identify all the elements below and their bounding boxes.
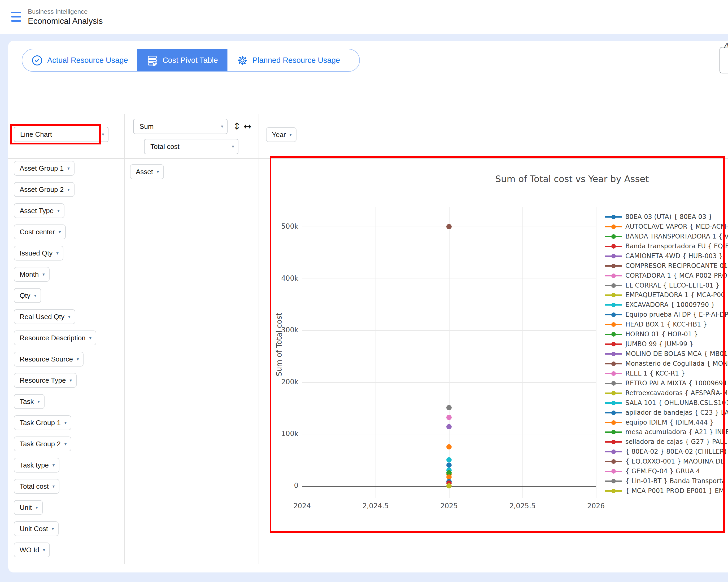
data-point	[446, 444, 452, 449]
pill-label: Asset Type	[20, 207, 54, 215]
legend-marker-dot	[611, 254, 616, 258]
pivot-border-col1	[124, 114, 125, 564]
legend-marker-dot	[611, 312, 616, 317]
pill-label: Task type	[20, 461, 49, 469]
chevron-down-icon: ▾	[102, 132, 104, 137]
field-pill[interactable]: Real Used Qty ▾	[14, 309, 75, 324]
field-pill[interactable]: Task Group 1 ▾	[14, 415, 71, 430]
aggregator-arg-select[interactable]: Total cost ▾	[144, 139, 238, 154]
field-pill[interactable]: Task type ▾	[14, 458, 59, 473]
legend-label: selladora de cajas { G27 } PALL	[625, 438, 727, 445]
pill-label: Total cost	[20, 482, 49, 491]
legend-marker-dot	[611, 215, 616, 219]
field-pill[interactable]: Total cost ▾	[14, 479, 59, 494]
dropdown-caret-icon: ▾	[35, 505, 38, 510]
y-tick-label: 100k	[259, 429, 298, 438]
x-tick-label: 2,025.5	[509, 502, 536, 510]
chevron-down-icon: ▾	[221, 123, 223, 129]
chart-title: Sum of Total cost vs Year by Asset	[495, 174, 649, 184]
dropdown-caret-icon: ▾	[157, 169, 159, 175]
field-pill[interactable]: Resource Source ▾	[14, 352, 83, 366]
legend-marker-dot	[611, 391, 616, 395]
legend-marker-dot	[611, 361, 616, 366]
data-point	[446, 457, 452, 463]
legend-label: { GEM.EQ-04 } GRUA 4	[625, 468, 700, 475]
dropdown-caret-icon: ▾	[37, 399, 40, 405]
col-attr-pill-year[interactable]: Year ▾	[266, 127, 296, 142]
legend-label: BANDA TRANSPORTADORA 1 { V	[625, 233, 728, 240]
dropdown-caret-icon: ▾	[53, 463, 55, 468]
aggregator-value: Sum	[139, 122, 154, 131]
renderer-select[interactable]: Line Chart ▾	[14, 127, 108, 142]
legend-label: CAMIONETA 4WD { HUB-003 }	[625, 252, 723, 260]
aggregator-arg-value: Total cost	[150, 143, 180, 151]
legend-label: EXCAVADORA { 10009790 }	[625, 301, 715, 308]
tab-cost-pivot-table[interactable]: Cost Pivot Table	[137, 49, 227, 71]
legend-label: AUTOCLAVE VAPOR { MED-ACM-	[625, 223, 728, 230]
field-pill[interactable]: Qty ▾	[14, 288, 41, 303]
tab-planned-resource-usage[interactable]: Planned Resource Usage	[227, 49, 349, 71]
pill-label: Year	[272, 131, 286, 139]
dropdown-caret-icon: ▾	[56, 250, 59, 256]
dropdown-caret-icon: ▾	[53, 484, 55, 489]
legend-marker-dot	[611, 342, 616, 347]
pill-label: Real Used Qty	[20, 313, 64, 321]
pill-label: Unit	[20, 503, 32, 512]
data-point	[446, 405, 452, 410]
field-pill[interactable]: Task ▾	[14, 394, 45, 409]
dropdown-caret-icon: ▾	[43, 272, 45, 277]
legend-marker-dot	[611, 303, 616, 307]
pill-label: Month	[20, 270, 39, 279]
field-pill[interactable]: WO Id ▾	[14, 543, 50, 557]
legend-label: EMPAQUETADORA 1 { MCA-P00	[625, 291, 725, 299]
field-pill[interactable]: Cost center ▾	[14, 224, 66, 239]
x-gridline	[522, 207, 523, 498]
x-tick-label: 2,024.5	[362, 502, 389, 510]
legend-marker-dot	[611, 234, 616, 239]
dropdown-caret-icon: ▾	[64, 441, 67, 447]
dropdown-caret-icon: ▾	[77, 357, 79, 362]
legend-marker-dot	[611, 293, 616, 297]
pill-label: Task Group 1	[20, 419, 61, 427]
legend-marker-dot	[611, 411, 616, 415]
table-edit-icon	[146, 54, 158, 66]
legend-marker-dot	[611, 332, 616, 337]
legend-label: { Lin-01-BT } Banda Transporta	[625, 477, 726, 485]
menu-icon[interactable]	[11, 12, 21, 22]
tab-label: Planned Resource Usage	[253, 56, 340, 65]
move-vertical-button[interactable]: ↕	[233, 121, 241, 132]
move-horizontal-button[interactable]: ↔	[243, 121, 252, 132]
field-pill[interactable]: Unit ▾	[14, 500, 43, 515]
check-circle-icon	[31, 55, 43, 66]
field-pill[interactable]: Asset Group 2 ▾	[14, 182, 75, 197]
field-pill[interactable]: Issued Qty ▾	[14, 246, 63, 260]
legend-label: COMPRESOR RECIPROCANTE 01	[625, 262, 728, 270]
dropdown-caret-icon: ▾	[68, 314, 71, 320]
legend-label: SALA 101 { OHL.UNAB.CSL.S101	[625, 399, 728, 407]
dropdown-caret-icon: ▾	[89, 335, 92, 341]
dropdown-caret-icon: ▾	[64, 420, 67, 426]
breadcrumb: Business Intelligence	[28, 8, 87, 16]
row-attr-pill-asset[interactable]: Asset ▾	[130, 164, 164, 179]
legend-label: MOLINO DE BOLAS MCA { MB01	[625, 350, 728, 358]
legend-marker-dot	[611, 322, 616, 327]
dropdown-caret-icon: ▾	[67, 166, 70, 171]
field-pill[interactable]: Month ▾	[14, 267, 50, 282]
legend-label: apilador de bandejas { C23 } LA	[625, 409, 728, 416]
aggregator-select[interactable]: Sum ▾	[133, 119, 228, 134]
data-point	[446, 483, 452, 489]
dropdown-caret-icon: ▾	[57, 208, 60, 214]
field-pill[interactable]: Resource Description ▾	[14, 331, 96, 345]
pill-label: Asset Group 1	[20, 164, 64, 172]
field-pill[interactable]: Resource Type ▾	[14, 373, 77, 388]
pill-label: Resource Description	[20, 334, 86, 342]
field-pill[interactable]: Unit Cost ▾	[14, 521, 59, 536]
tab-actual-resource-usage[interactable]: Actual Resource Usage	[22, 49, 137, 71]
field-pill[interactable]: Asset Type ▾	[14, 203, 64, 218]
field-pill[interactable]: Asset Group 1 ▾	[14, 161, 75, 176]
pill-label: Issued Qty	[20, 249, 53, 257]
legend-label: Retroexcavadoras { AESPAÑA-M	[625, 389, 728, 397]
data-point	[446, 224, 452, 229]
pill-label: Task Group 2	[20, 440, 61, 448]
field-pill[interactable]: Task Group 2 ▾	[14, 437, 71, 451]
